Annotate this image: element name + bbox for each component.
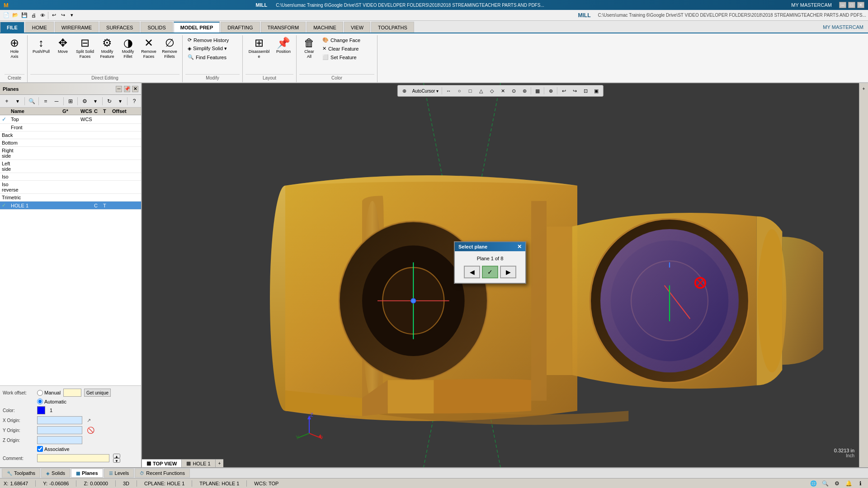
vp-btn9[interactable]: ▦ [533, 86, 542, 95]
tab-surfaces[interactable]: SURFACES [99, 22, 140, 33]
z-origin-input[interactable]: 0.1901869 [37, 436, 82, 444]
help-btn[interactable]: ? [129, 96, 139, 106]
close-button[interactable]: ✕ [857, 2, 864, 8]
remove-fillets-button[interactable]: ∅ RemoveFillets [160, 36, 179, 61]
equals-btn[interactable]: = [41, 96, 51, 106]
plane-row-back[interactable]: Back [0, 131, 141, 139]
vp-cursor-btn[interactable]: ⊕ [400, 86, 410, 95]
find-features-button[interactable]: 🔍 Find Features [185, 53, 240, 61]
tab-machine[interactable]: MACHINE [307, 22, 343, 33]
modify-fillet-button[interactable]: ◑ ModifyFillet [118, 36, 138, 61]
comment-input[interactable] [37, 454, 109, 462]
vp-redo-btn[interactable]: ↪ [570, 86, 580, 95]
automatic-radio[interactable] [37, 399, 43, 404]
move-button[interactable]: ✥ Move [53, 36, 73, 56]
tab-home[interactable]: HOME [25, 22, 54, 33]
undo-button[interactable]: ↩ [49, 11, 58, 20]
tab-transform[interactable]: TRANSFORM [261, 22, 306, 33]
change-face-button[interactable]: 🎨 Change Face [320, 36, 374, 44]
recent-functions-tab[interactable]: ⏱ Recent Functions [135, 469, 190, 478]
status-info-button[interactable]: ℹ [856, 479, 864, 488]
refresh-dropdown[interactable]: ▾ [115, 96, 125, 106]
tab-wireframe[interactable]: WIREFRAME [55, 22, 99, 33]
plane-row-iso[interactable]: Iso [0, 173, 141, 181]
plane-row-right-side[interactable]: Right side [0, 147, 141, 160]
set-feature-button[interactable]: ⬜ Set Feature [320, 53, 374, 61]
tab-file[interactable]: FILE [0, 22, 24, 33]
settings-dropdown[interactable]: ▾ [90, 96, 100, 106]
vp-btn6[interactable]: ✕ [498, 86, 508, 95]
work-offset-input[interactable]: -1 [63, 389, 81, 397]
modify-feature-button[interactable]: ⚙ ModifyFeature [97, 36, 117, 61]
open-button[interactable]: 📂 [11, 11, 20, 20]
split-solid-faces-button[interactable]: ⊟ Split SolidFaces [74, 36, 96, 61]
more-button[interactable]: ▾ [67, 11, 76, 20]
plane-row-trimetric[interactable]: Trimetric [0, 194, 141, 202]
panel-minimize-button[interactable]: ─ [116, 86, 122, 92]
redo-button[interactable]: ↪ [58, 11, 67, 20]
disassemble-button[interactable]: ⊞ Disassemble [245, 36, 273, 61]
preview-button[interactable]: 👁 [38, 11, 47, 20]
dialog-ok-button[interactable]: ✓ [482, 266, 498, 278]
solids-tab[interactable]: ◈ Solids [41, 469, 70, 478]
tab-toolpaths[interactable]: TOOLPATHS [371, 22, 414, 33]
color-box[interactable] [37, 406, 45, 414]
viewport[interactable]: ⊕ AutoCursor ▾ ↔ ○ □ △ ◇ ✕ ⊙ ⊛ ▦ ⊕ ↩ ↪ ⊡… [142, 83, 859, 467]
hole-axis-button[interactable]: ⊕ HoleAxis [5, 36, 24, 61]
remove-history-button[interactable]: ⟳ Remove History [185, 36, 240, 44]
vp-btn10[interactable]: ⊕ [546, 86, 556, 95]
y-origin-input[interactable]: -0.037262 [37, 426, 82, 434]
tab-solids[interactable]: SOLIDS [141, 22, 172, 33]
restore-button[interactable]: □ [848, 2, 855, 8]
vp-btn1[interactable]: ↔ [443, 86, 453, 95]
tab-my-mastercam[interactable]: MY MASTERCAM [818, 22, 868, 33]
plane-row-front[interactable]: Front [0, 124, 141, 131]
viewport-tab-add-button[interactable]: + [216, 460, 224, 467]
minimize-button[interactable]: ─ [839, 2, 846, 8]
associative-checkbox[interactable] [37, 446, 43, 452]
plane-row-top[interactable]: ✓ Top WCS [0, 115, 141, 124]
simplify-solid-button[interactable]: ◈ Simplify Solid ▾ [185, 45, 240, 52]
panel-pin-button[interactable]: 📌 [124, 86, 130, 92]
tab-drafting[interactable]: DRAFTING [221, 22, 259, 33]
get-unique-button[interactable]: Get unique [84, 389, 111, 397]
vp-btn7[interactable]: ⊙ [509, 86, 519, 95]
vp-btn11[interactable]: ⊡ [580, 86, 590, 95]
toolpaths-tab[interactable]: 🔧 Toolpaths [2, 469, 40, 478]
vp-btn12[interactable]: ▣ [591, 86, 601, 95]
plane-row-bottom[interactable]: Bottom [0, 139, 141, 147]
plane-row-hole1[interactable]: ✓ HOLE 1 C T [0, 202, 141, 210]
tab-model-prep[interactable]: MODEL PREP [174, 22, 220, 33]
right-expand-button[interactable]: + [860, 85, 868, 92]
remove-faces-button[interactable]: ✕ RemoveFaces [139, 36, 159, 61]
vp-undo-btn[interactable]: ↩ [559, 86, 569, 95]
print-button[interactable]: 🖨 [29, 11, 38, 20]
clear-feature-button[interactable]: ✕ Clear Feature [320, 45, 374, 52]
position-button[interactable]: 📌 Position [274, 36, 293, 56]
levels-tab[interactable]: ☰ Levels [104, 469, 134, 478]
push-pull-button[interactable]: ↕ Push/Pull [30, 36, 52, 56]
status-notification-button[interactable]: 🔔 [844, 479, 853, 488]
comment-down-button[interactable]: ▼ [113, 458, 120, 463]
autocursor-label[interactable]: AutoCursor ▾ [410, 89, 440, 94]
comment-up-button[interactable]: ▲ [113, 454, 120, 458]
status-globe-button[interactable]: 🌐 [809, 479, 817, 488]
clear-all-button[interactable]: 🗑 ClearAll [299, 36, 319, 61]
vp-btn8[interactable]: ⊛ [519, 86, 529, 95]
save-button[interactable]: 💾 [20, 11, 29, 20]
manual-radio[interactable] [37, 390, 43, 396]
dialog-next-button[interactable]: ▶ [500, 266, 516, 278]
plane-row-iso-reverse[interactable]: Iso reverse [0, 181, 141, 194]
vp-btn4[interactable]: △ [476, 86, 486, 95]
settings-btn[interactable]: ⚙ [80, 96, 90, 106]
tab-view[interactable]: VIEW [344, 22, 370, 33]
plane-dropdown[interactable]: ▾ [13, 96, 23, 106]
dash-btn[interactable]: ─ [52, 96, 61, 106]
add-plane-button[interactable]: + [2, 96, 12, 106]
vp-btn5[interactable]: ◇ [487, 86, 497, 95]
status-zoom-button[interactable]: 🔍 [821, 479, 829, 488]
dialog-prev-button[interactable]: ◀ [464, 266, 480, 278]
search-button[interactable]: 🔍 [27, 96, 37, 106]
panel-close-button[interactable]: ✕ [132, 86, 138, 92]
new-button[interactable]: 📄 [2, 11, 11, 20]
